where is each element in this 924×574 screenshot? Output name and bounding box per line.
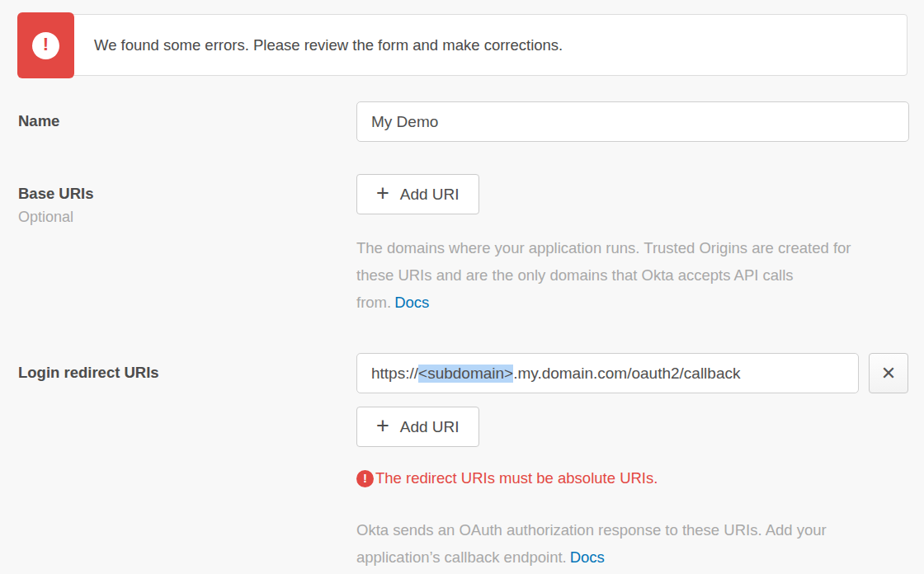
app-settings-form: ! We found some errors. Please review th… <box>0 0 924 574</box>
error-banner: ! We found some errors. Please review th… <box>17 12 908 78</box>
base-uris-label-cell: Base URIs Optional <box>18 174 356 316</box>
name-input[interactable] <box>356 101 909 142</box>
remove-uri-button[interactable]: ✕ <box>869 353 908 393</box>
redirect-uri-selected-text: <subdomain> <box>418 365 513 383</box>
error-alert-icon: ! <box>356 470 374 487</box>
redirect-uri-line: https://<subdomain>.my.domain.com/oauth2… <box>356 353 908 393</box>
base-uris-label: Base URIs <box>18 185 356 203</box>
base-uris-optional-label: Optional <box>18 209 356 226</box>
redirect-uri-prefix: https:// <box>371 365 418 383</box>
base-uris-row: Base URIs Optional + Add URI The domains… <box>18 174 909 316</box>
name-label: Name <box>18 112 356 130</box>
login-redirect-uris-label: Login redirect URIs <box>18 364 356 382</box>
redirect-uris-help-text: Okta sends an OAuth authorization respon… <box>356 516 851 571</box>
login-redirect-uris-content: https://<subdomain>.my.domain.com/oauth2… <box>356 353 908 571</box>
name-label-cell: Name <box>18 101 356 142</box>
base-uris-help-body: The domains where your application runs.… <box>356 239 851 311</box>
base-uris-content: + Add URI The domains where your applica… <box>356 174 851 316</box>
redirect-uri-input[interactable]: https://<subdomain>.my.domain.com/oauth2… <box>356 353 859 393</box>
base-uris-docs-link[interactable]: Docs <box>394 294 429 311</box>
name-row: Name <box>18 101 909 142</box>
error-banner-message: We found some errors. Please review the … <box>94 36 563 54</box>
add-uri-button-label: Add URI <box>400 418 460 436</box>
alert-icon: ! <box>32 32 59 59</box>
redirect-uri-error-message: The redirect URIs must be absolute URIs. <box>375 469 658 487</box>
base-uris-help-text: The domains where your application runs.… <box>356 234 851 316</box>
name-content <box>356 101 909 142</box>
base-uris-add-uri-button[interactable]: + Add URI <box>356 174 479 214</box>
login-redirect-uris-row: Login redirect URIs https://<subdomain>.… <box>18 353 909 571</box>
close-icon: ✕ <box>881 363 896 384</box>
login-redirect-uris-label-cell: Login redirect URIs <box>18 353 356 571</box>
redirect-uris-docs-link[interactable]: Docs <box>570 548 605 566</box>
redirect-add-uri-button[interactable]: + Add URI <box>356 407 479 447</box>
error-banner-accent: ! <box>17 12 74 78</box>
plus-icon: + <box>376 182 389 205</box>
redirect-uri-error: ! The redirect URIs must be absolute URI… <box>356 469 908 487</box>
add-uri-button-label: Add URI <box>400 186 460 204</box>
error-banner-body: We found some errors. Please review the … <box>69 14 908 76</box>
plus-icon: + <box>376 415 389 437</box>
redirect-uri-suffix: .my.domain.com/oauth2/callback <box>513 365 740 383</box>
